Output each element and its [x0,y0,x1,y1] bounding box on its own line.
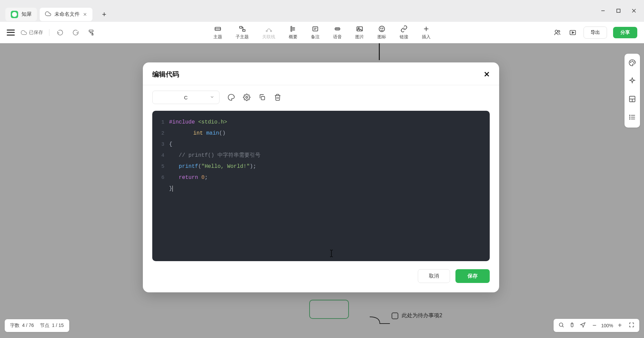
style-palette-button[interactable] [629,59,636,68]
tool-subtopic[interactable]: 子主题 [236,25,249,40]
language-select[interactable]: C [152,91,219,104]
cloud-icon [45,11,51,18]
save-status-label: 已保存 [29,30,43,36]
present-button[interactable] [568,28,577,37]
save-status: 已保存 [21,30,43,36]
tool-audio-label: 语音 [333,34,342,40]
svg-point-43 [630,115,630,116]
svg-marker-33 [572,32,574,34]
close-window-button[interactable] [627,5,641,16]
zoom-in-button[interactable]: + [618,322,622,329]
svg-rect-6 [92,34,93,35]
tool-insert-label: 插入 [422,34,431,40]
title-bar: 知犀 未命名文件 ✕ + [0,0,644,22]
svg-rect-5 [89,30,93,32]
svg-point-27 [383,28,383,29]
home-tab-label: 知犀 [22,11,32,17]
divider [49,29,49,36]
tool-link-label: 链接 [400,34,408,40]
svg-point-30 [555,30,558,32]
svg-rect-16 [313,27,318,31]
copy-button[interactable] [258,94,266,101]
menu-button[interactable] [7,30,15,36]
svg-rect-51 [261,96,265,100]
undo-button[interactable] [55,28,65,37]
tool-icon[interactable]: 图标 [377,25,386,40]
svg-rect-2 [617,9,620,12]
word-count: 字数 4 / 76 [10,323,34,329]
tool-summary[interactable]: 概要 [289,25,297,40]
ai-sparkle-button[interactable] [629,77,636,86]
svg-point-35 [632,61,633,62]
right-side-panel [625,54,640,128]
app-logo-icon [11,11,18,18]
export-button[interactable]: 导出 [583,27,607,39]
chevron-down-icon [210,95,214,100]
close-tab-icon[interactable]: ✕ [83,12,87,17]
tool-relation-label: 关联线 [262,34,275,40]
tool-summary-label: 概要 [289,34,297,40]
tool-image[interactable]: 图片 [355,25,364,40]
format-painter-button[interactable] [86,28,96,37]
redo-button[interactable] [71,28,80,37]
tool-image-label: 图片 [355,34,364,40]
tool-insert[interactable]: 插入 [422,25,431,40]
settings-button[interactable] [243,94,250,101]
tabs-area: 知犀 未命名文件 ✕ + [5,8,111,21]
locate-button[interactable] [580,322,586,329]
svg-line-47 [562,326,564,327]
layout-button[interactable] [629,95,636,104]
svg-point-26 [380,28,381,29]
code-content[interactable]: #include <stdio.h>int main(){ // printf(… [169,117,490,255]
outline-button[interactable] [629,113,636,122]
code-editor-area[interactable]: 1 2 3 4 5 6 #include <stdio.h>int main()… [152,111,490,261]
svg-point-50 [246,96,248,98]
text-cursor-icon [329,249,329,257]
dialog-toolbar: C [143,85,499,108]
svg-point-0 [12,12,17,17]
toolbar-right: 导出 分享 [553,27,637,39]
toolbar-left: 已保存 [7,28,96,37]
fullscreen-button[interactable] [629,322,635,329]
svg-point-34 [631,62,631,62]
zoom-level[interactable]: 100% [601,323,613,328]
collaborators-button[interactable] [553,28,562,37]
new-tab-button[interactable]: + [98,8,111,21]
dialog-close-button[interactable]: ✕ [484,70,490,79]
cancel-button[interactable]: 取消 [418,269,450,283]
svg-point-45 [630,119,630,119]
tool-note-label: 备注 [311,34,320,40]
dialog-header: 编辑代码 ✕ [143,62,499,85]
main-toolbar: 已保存 主题 子主题 关联线 概要 备注 [0,22,644,43]
theme-color-button[interactable] [228,94,235,101]
maximize-button[interactable] [612,5,625,16]
tool-icon-label: 图标 [377,34,386,40]
dialog-title: 编辑代码 [152,70,179,79]
search-button[interactable] [558,322,564,329]
tool-link[interactable]: 链接 [400,25,408,40]
share-button[interactable]: 分享 [613,27,637,38]
document-tab[interactable]: 未命名文件 ✕ [40,8,92,21]
svg-point-36 [634,62,634,62]
code-editor-dialog: 编辑代码 ✕ C 1 2 3 4 5 6 [143,62,499,292]
tool-note[interactable]: 备注 [311,25,320,40]
tool-theme[interactable]: 主题 [213,25,222,40]
language-select-value: C [184,95,188,100]
tool-subtopic-label: 子主题 [236,34,249,40]
minimize-button[interactable] [596,5,610,16]
dialog-footer: 取消 保存 [143,261,499,292]
svg-point-22 [338,29,339,29]
home-tab[interactable]: 知犀 [5,8,37,21]
svg-point-44 [630,117,630,117]
zoom-out-button[interactable]: − [593,322,597,329]
mouse-mode-button[interactable] [569,322,575,329]
node-count: 节点 1 / 15 [40,323,64,329]
line-gutter: 1 2 3 4 5 6 [152,117,169,255]
window-controls [596,5,641,16]
svg-point-25 [379,26,385,32]
delete-button[interactable] [274,94,281,101]
status-bar-right: − 100% + [554,319,639,332]
tool-audio[interactable]: 语音 [333,25,342,40]
save-button[interactable]: 保存 [455,269,490,283]
tool-relation[interactable]: 关联线 [262,25,275,40]
